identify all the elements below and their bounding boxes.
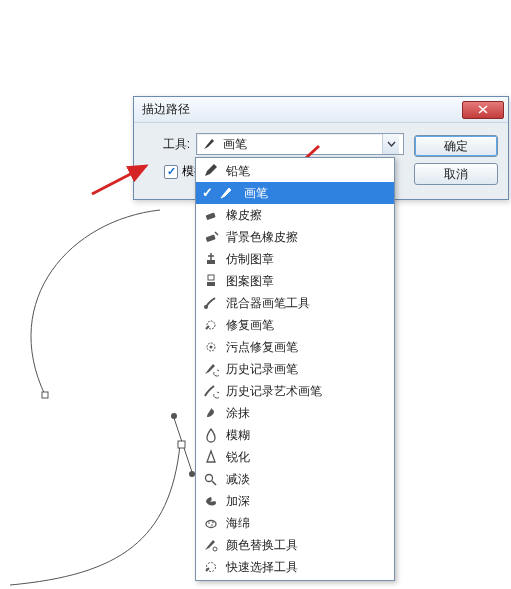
svg-point-19: [211, 524, 213, 526]
dropdown-item-label: 加深: [222, 493, 250, 510]
close-button[interactable]: [462, 101, 504, 119]
dropdown-item-burn[interactable]: ✓加深: [196, 490, 394, 512]
dropdown-item-sharpen[interactable]: ✓锐化: [196, 446, 394, 468]
tool-label: 工具:: [144, 136, 190, 153]
cancel-button-label: 取消: [444, 166, 468, 183]
svg-point-3: [171, 413, 177, 419]
dropdown-item-label: 仿制图章: [222, 251, 274, 268]
dropdown-item-label: 涂抹: [222, 405, 250, 422]
art-history-brush-icon: [202, 383, 220, 399]
history-brush-icon: [202, 361, 220, 377]
tool-combobox-text: 画笔: [219, 136, 382, 153]
svg-point-12: [204, 305, 208, 309]
svg-point-20: [212, 522, 214, 524]
dropdown-item-spot-healing[interactable]: ✓污点修复画笔: [196, 336, 394, 358]
svg-rect-1: [178, 441, 185, 448]
bg-eraser-icon: [202, 229, 220, 245]
dropdown-item-dodge[interactable]: ✓减淡: [196, 468, 394, 490]
dropdown-item-smudge[interactable]: ✓涂抹: [196, 402, 394, 424]
quick-select-icon: [202, 559, 220, 575]
smudge-icon: [202, 405, 220, 421]
dropdown-item-label: 历史记录画笔: [222, 361, 298, 378]
brush-icon: [218, 185, 236, 201]
dropdown-item-quick-select[interactable]: ✓快速选择工具: [196, 556, 394, 578]
dropdown-item-blur[interactable]: ✓模糊: [196, 424, 394, 446]
dropdown-item-brush[interactable]: ✓画笔: [196, 182, 394, 204]
dropdown-item-art-history-brush[interactable]: ✓历史记录艺术画笔: [196, 380, 394, 402]
brush-icon: [201, 136, 219, 152]
blur-icon: [202, 427, 220, 443]
dropdown-item-label: 快速选择工具: [222, 559, 298, 576]
healing-brush-icon: [202, 317, 220, 333]
chevron-down-icon: [387, 141, 396, 147]
dropdown-item-label: 颜色替换工具: [222, 537, 298, 554]
svg-point-18: [208, 522, 210, 524]
ok-button-label: 确定: [444, 138, 468, 155]
svg-rect-8: [206, 234, 216, 242]
pencil-icon: [202, 163, 220, 179]
dropdown-item-sponge[interactable]: ✓海绵: [196, 512, 394, 534]
dropdown-item-label: 图案图章: [222, 273, 274, 290]
cancel-button[interactable]: 取消: [414, 163, 498, 185]
tool-dropdown-list[interactable]: ✓铅笔✓画笔✓橡皮擦✓背景色橡皮擦✓仿制图章✓图案图章✓混合器画笔工具✓修复画笔…: [195, 157, 395, 581]
dropdown-item-label: 铅笔: [222, 163, 250, 180]
svg-rect-11: [208, 275, 214, 280]
clone-stamp-icon: [202, 251, 220, 267]
svg-rect-10: [207, 282, 215, 286]
dropdown-item-history-brush[interactable]: ✓历史记录画笔: [196, 358, 394, 380]
svg-point-16: [206, 475, 213, 482]
dropdown-item-label: 海绵: [222, 515, 250, 532]
svg-rect-7: [206, 212, 216, 220]
svg-point-17: [206, 521, 216, 528]
dropdown-item-label: 橡皮擦: [222, 207, 262, 224]
close-icon: [478, 105, 488, 114]
svg-rect-9: [207, 260, 215, 264]
svg-point-21: [213, 547, 217, 551]
dropdown-item-clone-stamp[interactable]: ✓仿制图章: [196, 248, 394, 270]
pattern-stamp-icon: [202, 273, 220, 289]
dropdown-item-healing-brush[interactable]: ✓修复画笔: [196, 314, 394, 336]
ok-button[interactable]: 确定: [414, 135, 498, 157]
dropdown-item-label: 修复画笔: [222, 317, 274, 334]
dropdown-item-label: 污点修复画笔: [222, 339, 298, 356]
dropdown-item-label: 画笔: [240, 185, 268, 202]
dropdown-item-color-replace[interactable]: ✓颜色替换工具: [196, 534, 394, 556]
dropdown-item-label: 背景色橡皮擦: [222, 229, 298, 246]
svg-point-15: [210, 346, 213, 349]
color-replace-icon: [202, 537, 220, 553]
dropdown-item-eraser[interactable]: ✓橡皮擦: [196, 204, 394, 226]
dropdown-item-mixer-brush[interactable]: ✓混合器画笔工具: [196, 292, 394, 314]
simulate-pressure-checkbox[interactable]: ✓: [164, 165, 178, 179]
svg-rect-2: [42, 392, 48, 398]
dropdown-item-pattern-stamp[interactable]: ✓图案图章: [196, 270, 394, 292]
dropdown-item-label: 锐化: [222, 449, 250, 466]
sharpen-icon: [202, 449, 220, 465]
mixer-brush-icon: [202, 295, 220, 311]
tool-combobox[interactable]: 画笔: [196, 133, 404, 155]
dropdown-item-label: 模糊: [222, 427, 250, 444]
dialog-titlebar[interactable]: 描边路径: [134, 97, 508, 123]
dropdown-item-label: 历史记录艺术画笔: [222, 383, 322, 400]
dialog-title: 描边路径: [142, 101, 190, 118]
dropdown-item-pencil[interactable]: ✓铅笔: [196, 160, 394, 182]
sponge-icon: [202, 515, 220, 531]
dropdown-item-label: 混合器画笔工具: [222, 295, 310, 312]
dropdown-item-label: 减淡: [222, 471, 250, 488]
combobox-caret[interactable]: [382, 134, 399, 154]
burn-icon: [202, 493, 220, 509]
dodge-icon: [202, 471, 220, 487]
dropdown-item-bg-eraser[interactable]: ✓背景色橡皮擦: [196, 226, 394, 248]
eraser-icon: [202, 207, 220, 223]
spot-healing-icon: [202, 339, 220, 355]
check-icon: ✓: [202, 185, 216, 199]
